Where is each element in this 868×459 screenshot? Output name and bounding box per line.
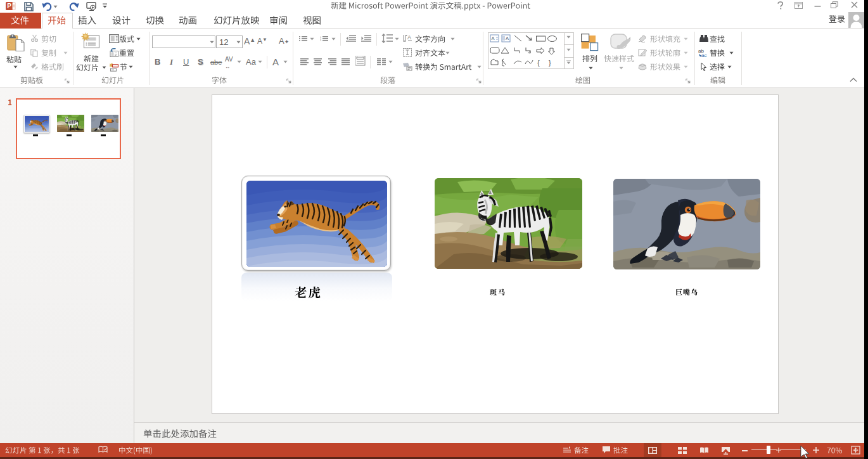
svg-text:3: 3 xyxy=(320,39,321,41)
svg-text:{: { xyxy=(537,59,540,67)
svg-text:A: A xyxy=(407,34,411,41)
svg-text:}: } xyxy=(549,59,551,67)
svg-text:A: A xyxy=(492,36,495,41)
svg-text:ac: ac xyxy=(701,53,706,58)
svg-text:P: P xyxy=(7,3,11,10)
svg-text:A: A xyxy=(506,36,509,41)
